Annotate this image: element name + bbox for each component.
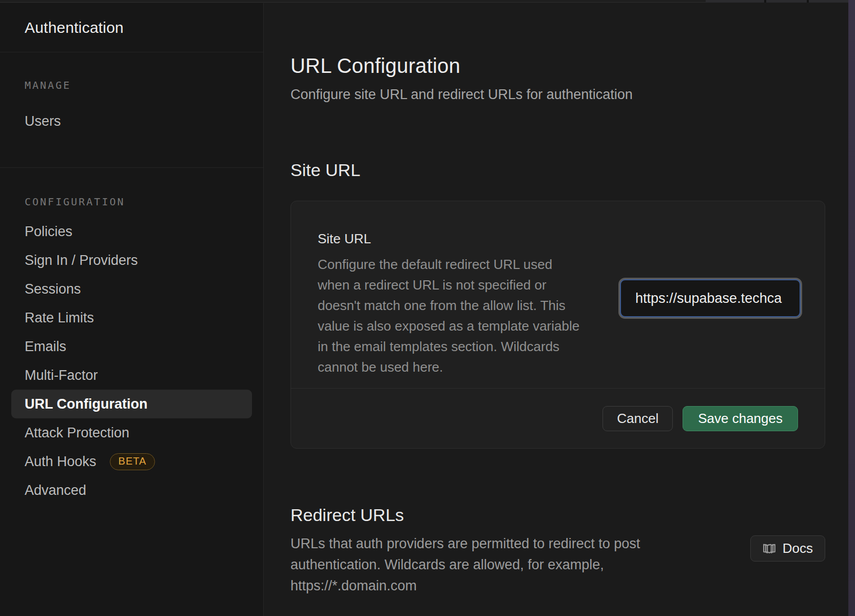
- sidebar-item-auth-hooks[interactable]: Auth Hooks BETA: [0, 447, 263, 476]
- sidebar-item-multi-factor[interactable]: Multi-Factor: [0, 361, 263, 390]
- sidebar-item-rate-limits[interactable]: Rate Limits: [0, 303, 263, 332]
- sidebar-item-label: Multi-Factor: [25, 368, 98, 383]
- redirect-urls-section-heading: Redirect URLs: [290, 505, 825, 525]
- tab-divider: [764, 0, 766, 3]
- sidebar-item-sessions[interactable]: Sessions: [0, 275, 263, 303]
- beta-badge: BETA: [110, 453, 156, 470]
- sidebar-item-label: Auth Hooks: [25, 454, 96, 470]
- sidebar-item-advanced[interactable]: Advanced: [0, 476, 263, 505]
- sidebar-divider: [0, 167, 263, 168]
- site-url-card-footer: Cancel Save changes: [291, 388, 825, 448]
- sidebar-item-label: Users: [25, 113, 61, 129]
- sidebar-item-label: Rate Limits: [25, 310, 94, 326]
- book-icon: [763, 542, 776, 555]
- sidebar-item-policies[interactable]: Policies: [0, 217, 263, 246]
- sidebar-item-label: Sessions: [25, 281, 81, 297]
- sidebar-item-label: Emails: [25, 339, 66, 355]
- sidebar-item-attack-protection[interactable]: Attack Protection: [0, 418, 263, 447]
- site-url-field-label: Site URL: [318, 231, 580, 246]
- sidebar-item-label: Attack Protection: [25, 425, 129, 441]
- page-title: URL Configuration: [290, 54, 825, 78]
- sidebar-group-label-manage: MANAGE: [0, 79, 263, 91]
- page-subtitle: Configure site URL and redirect URLs for…: [290, 87, 825, 103]
- sidebar-item-label: Policies: [25, 224, 72, 240]
- sidebar-item-emails[interactable]: Emails: [0, 332, 263, 361]
- auth-sidebar: Authentication MANAGE Users CONFIGURATIO…: [0, 3, 264, 616]
- main-panel: URL Configuration Configure site URL and…: [264, 3, 848, 616]
- browser-chrome-strip: [0, 0, 855, 3]
- site-url-field-description: Configure the default redirect URL used …: [318, 254, 580, 377]
- site-url-card: Site URL Configure the default redirect …: [290, 201, 825, 449]
- sidebar-item-label: URL Configuration: [25, 396, 147, 412]
- sidebar-item-url-configuration[interactable]: URL Configuration: [11, 390, 252, 418]
- app-screen: Authentication MANAGE Users CONFIGURATIO…: [0, 0, 855, 616]
- site-url-card-body: Site URL Configure the default redirect …: [291, 201, 825, 388]
- window-edge-strip: [848, 0, 855, 616]
- sidebar-title: Authentication: [25, 19, 124, 36]
- sidebar-group-label-configuration: CONFIGURATION: [0, 196, 263, 208]
- save-changes-button[interactable]: Save changes: [683, 406, 798, 431]
- sidebar-item-label: Advanced: [25, 483, 86, 498]
- sidebar-item-users[interactable]: Users: [0, 107, 263, 136]
- docs-button-label: Docs: [783, 541, 813, 556]
- tab-divider: [807, 0, 809, 3]
- redirect-urls-header-row: URLs that auth providers are permitted t…: [290, 533, 825, 596]
- browser-tab-edge: [706, 0, 848, 3]
- site-url-section-heading: Site URL: [290, 160, 825, 180]
- sidebar-header: Authentication: [0, 3, 263, 52]
- redirect-urls-description: URLs that auth providers are permitted t…: [290, 533, 673, 596]
- site-url-input[interactable]: [620, 279, 801, 317]
- sidebar-config-nav: Policies Sign In / Providers Sessions Ra…: [0, 217, 263, 505]
- docs-button[interactable]: Docs: [750, 535, 825, 562]
- sidebar-item-sign-in-providers[interactable]: Sign In / Providers: [0, 246, 263, 275]
- sidebar-item-label: Sign In / Providers: [25, 253, 138, 268]
- cancel-button[interactable]: Cancel: [603, 406, 673, 431]
